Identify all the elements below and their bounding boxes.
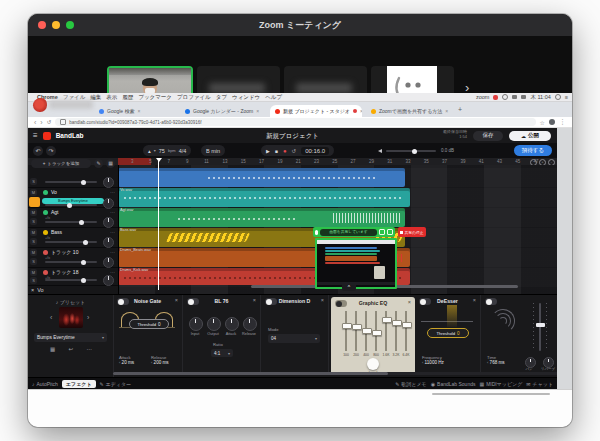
eq-slider-handle[interactable] bbox=[352, 324, 362, 330]
track-volume-slider[interactable] bbox=[45, 181, 97, 183]
omnibox[interactable]: bandlab.com/studio?id=009087a3-79c0-4d71… bbox=[55, 118, 535, 126]
mute-button[interactable]: M bbox=[30, 269, 37, 276]
eq-band-slider[interactable] bbox=[385, 311, 387, 351]
forward-button[interactable]: › bbox=[40, 119, 42, 126]
share-control-bar[interactable]: 画面を共有しています bbox=[313, 227, 395, 237]
edit-tracks-icon[interactable]: ✎ bbox=[94, 159, 103, 168]
menubar-clock[interactable]: 木 11:04 bbox=[530, 94, 550, 101]
eq-band-slider[interactable] bbox=[375, 311, 377, 351]
autopitch-badge[interactable]: Bumps Everytime bbox=[42, 198, 104, 204]
eq-sliders[interactable]: 1002004008001.6K3.2K6.4K bbox=[341, 297, 411, 357]
menu-view[interactable]: 表示 bbox=[106, 94, 117, 101]
spotlight-icon[interactable] bbox=[555, 94, 561, 100]
release-knob[interactable] bbox=[243, 317, 257, 331]
mode-dropdown[interactable]: 04 ▾ bbox=[268, 334, 320, 343]
new-tab-button[interactable]: + bbox=[458, 106, 462, 113]
profile-avatar[interactable] bbox=[549, 119, 555, 125]
solo-button[interactable]: S bbox=[30, 178, 37, 185]
save-button[interactable]: 保存 bbox=[473, 131, 503, 141]
play-button[interactable]: ▶ bbox=[266, 148, 270, 154]
track-menu-icon[interactable]: ⋯ bbox=[110, 269, 115, 275]
tab-autopitch[interactable]: ♪ AutoPitch bbox=[32, 381, 58, 387]
track-pan-knob[interactable] bbox=[103, 177, 114, 188]
share-preset-icon[interactable]: ↩ bbox=[69, 346, 74, 352]
reload-button[interactable]: ↺ bbox=[47, 119, 52, 125]
eq-slider-handle[interactable] bbox=[392, 320, 402, 326]
track-pan-knob[interactable] bbox=[103, 217, 114, 228]
eq-band-slider[interactable] bbox=[355, 311, 357, 351]
tab-editor[interactable]: ✎ エディター bbox=[100, 381, 132, 387]
track-name[interactable]: トラック 18 bbox=[51, 269, 78, 275]
menu-bookmarks[interactable]: ブックマーク bbox=[138, 94, 172, 101]
eq-slider-handle[interactable] bbox=[342, 323, 352, 329]
menu-tabs[interactable]: タブ bbox=[216, 94, 227, 101]
tab-close-icon[interactable]: × bbox=[138, 108, 141, 114]
tab-bandlab-studio-active[interactable]: 新規 プロジェクト - スタジオ × bbox=[270, 105, 362, 117]
preset-more-icon[interactable]: ⋯ bbox=[87, 346, 93, 352]
publish-button[interactable]: ☁ 公開 bbox=[509, 131, 551, 141]
invite-button[interactable]: 招待する bbox=[514, 145, 552, 156]
lyrics-button[interactable]: ✎ 歌詞とメモ bbox=[395, 381, 427, 387]
tab-google-calendar[interactable]: Google カレンダー - Zoom × bbox=[180, 105, 266, 117]
track-row-1[interactable]: S bbox=[28, 168, 118, 188]
frequency-param[interactable]: Frequency ‹ 11000 Hz bbox=[422, 355, 444, 365]
tab-close-icon[interactable]: × bbox=[445, 108, 448, 114]
menu-profiles[interactable]: プロファイル bbox=[177, 94, 211, 101]
attack-knob[interactable] bbox=[225, 317, 239, 331]
midi-mapping-button[interactable]: ▦ MIDIマッピング bbox=[479, 381, 522, 387]
mute-button[interactable]: M bbox=[30, 209, 37, 216]
threshold-control[interactable]: Threshold 0 bbox=[427, 328, 469, 338]
eq-slider-handle[interactable] bbox=[362, 328, 372, 334]
stop-share-button[interactable]: 共有の停止 bbox=[398, 227, 426, 237]
display-icon[interactable] bbox=[512, 95, 517, 99]
input-knob[interactable] bbox=[189, 317, 203, 331]
add-track-button[interactable]: +トラックを追加 bbox=[31, 159, 91, 168]
track-row-2[interactable]: M Vo ⋯ Bumps Everytime bbox=[28, 188, 118, 208]
bpm-value[interactable]: 75 bbox=[159, 148, 165, 154]
track-menu-icon[interactable]: ⋯ bbox=[110, 229, 115, 235]
tab-close-icon[interactable]: × bbox=[256, 108, 259, 114]
record-arm-indicator[interactable] bbox=[29, 197, 40, 207]
track-row-4[interactable]: M S Bass +fx ⋯ bbox=[28, 228, 118, 248]
ratio-dropdown[interactable]: 4:1 ▾ bbox=[211, 349, 233, 357]
redo-button[interactable]: ↷ bbox=[46, 146, 56, 156]
eq-band-slider[interactable] bbox=[405, 311, 407, 351]
audio-clip-2[interactable]: Vo.wav bbox=[118, 188, 410, 207]
tab-effects-active[interactable]: エフェクト bbox=[62, 380, 96, 388]
track-row-6[interactable]: M S トラック 18 +fx ⋯ bbox=[28, 268, 118, 286]
fader-handle[interactable] bbox=[536, 323, 545, 327]
track-fx-chip[interactable]: +fx bbox=[45, 256, 50, 260]
metronome-icon[interactable]: ▴ bbox=[148, 148, 151, 154]
bookmark-star-icon[interactable]: ☆ bbox=[540, 119, 545, 126]
remove-fx-icon[interactable]: × bbox=[253, 297, 256, 303]
mixer-icon[interactable]: ▦ bbox=[106, 159, 115, 168]
menu-help[interactable]: ヘルプ bbox=[265, 94, 282, 101]
master-fader[interactable] bbox=[539, 303, 541, 351]
solo-button[interactable]: S bbox=[30, 258, 37, 265]
attack-param[interactable]: Attack ‹ 20 ms bbox=[119, 355, 134, 365]
audio-clip-3[interactable]: Agt.wav bbox=[118, 208, 405, 227]
playhead[interactable] bbox=[158, 158, 159, 290]
track-menu-icon[interactable]: ⋯ bbox=[110, 249, 115, 255]
control-center-icon[interactable]: ≡ bbox=[565, 94, 568, 100]
zoom-titlebar[interactable]: Zoom ミーティング bbox=[28, 14, 572, 37]
stop-button[interactable]: ■ bbox=[275, 148, 278, 154]
menu-window[interactable]: ウィンドウ bbox=[232, 94, 260, 101]
track-fx-chip[interactable]: +fx bbox=[45, 236, 50, 240]
remove-fx-icon[interactable]: × bbox=[175, 297, 178, 303]
pause-share-icon[interactable] bbox=[379, 229, 385, 235]
track-pan-knob[interactable] bbox=[103, 237, 114, 248]
track-volume-slider[interactable] bbox=[45, 221, 97, 223]
solo-button[interactable]: S bbox=[30, 277, 37, 284]
annotate-icon[interactable] bbox=[387, 229, 393, 235]
eq-band-slider[interactable] bbox=[345, 311, 347, 351]
track-volume-slider[interactable] bbox=[45, 241, 97, 243]
screen-record-icon[interactable] bbox=[493, 95, 498, 100]
mute-button[interactable]: M bbox=[30, 189, 37, 196]
browser-menu-icon[interactable]: ⋮ bbox=[559, 118, 566, 126]
threshold-control[interactable]: Threshold 0 bbox=[129, 319, 169, 329]
remove-fx-icon[interactable]: × bbox=[473, 297, 476, 303]
track-name[interactable]: Vo bbox=[51, 189, 57, 195]
fx-toggle[interactable] bbox=[485, 298, 497, 305]
eq-slider-handle[interactable] bbox=[372, 330, 382, 336]
